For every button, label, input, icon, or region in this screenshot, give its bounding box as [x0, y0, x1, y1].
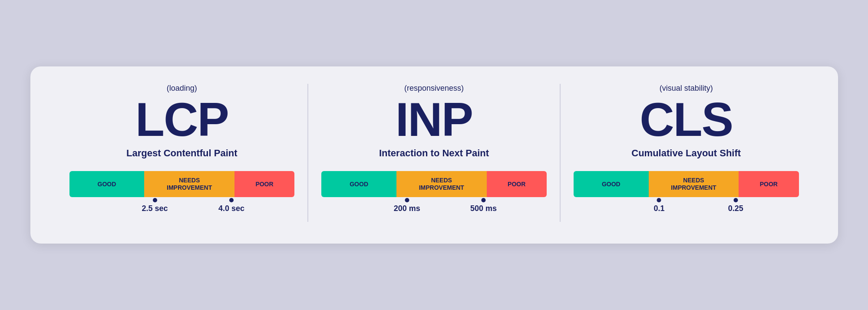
inp-bar-poor: POOR: [487, 171, 547, 197]
lcp-marker-1: 4.0 sec: [218, 198, 244, 213]
cls-markers: 0.1 0.25: [574, 198, 799, 222]
cls-good-label: GOOD: [602, 181, 620, 188]
lcp-needs-label: NEEDS IMPROVEMENT: [167, 177, 212, 191]
cls-marker-dot-0: [657, 198, 661, 202]
lcp-scale: GOOD NEEDS IMPROVEMENT POOR 2.5 sec: [69, 171, 295, 222]
inp-needs-label: NEEDS IMPROVEMENT: [419, 177, 464, 191]
lcp-markers: 2.5 sec 4.0 sec: [69, 198, 295, 222]
lcp-good-label: GOOD: [98, 181, 116, 188]
lcp-marker-value-1: 4.0 sec: [218, 204, 244, 213]
metric-block-lcp: (loading) LCP Largest Contentful Paint G…: [56, 84, 308, 222]
cls-bar-needs: NEEDS IMPROVEMENT: [649, 171, 739, 197]
inp-acronym: INP: [396, 96, 472, 143]
metric-block-inp: (responsiveness) INP Interaction to Next…: [307, 84, 560, 222]
cls-needs-label: NEEDS IMPROVEMENT: [671, 177, 716, 191]
inp-marker-1: 500 ms: [470, 198, 497, 213]
lcp-bar: GOOD NEEDS IMPROVEMENT POOR: [69, 171, 295, 197]
cls-subtitle: (visual stability): [660, 84, 713, 93]
metric-block-cls: (visual stability) CLS Cumulative Layout…: [560, 84, 812, 222]
lcp-poor-label: POOR: [255, 181, 273, 188]
cls-name: Cumulative Layout Shift: [631, 148, 741, 159]
lcp-marker-0: 2.5 sec: [142, 198, 168, 213]
cls-marker-value-1: 0.25: [728, 204, 743, 213]
inp-scale: GOOD NEEDS IMPROVEMENT POOR 200 ms: [321, 171, 547, 222]
inp-good-label: GOOD: [350, 181, 368, 188]
inp-marker-dot-1: [482, 198, 486, 202]
lcp-bar-poor: POOR: [234, 171, 294, 197]
lcp-bar-good: GOOD: [69, 171, 145, 197]
inp-name: Interaction to Next Paint: [379, 148, 489, 159]
inp-marker-value-0: 200 ms: [394, 204, 420, 213]
lcp-name: Largest Contentful Paint: [126, 148, 237, 159]
inp-marker-dot-0: [405, 198, 409, 202]
cls-poor-label: POOR: [760, 181, 778, 188]
metrics-card: (loading) LCP Largest Contentful Paint G…: [30, 66, 838, 244]
cls-scale: GOOD NEEDS IMPROVEMENT POOR 0.1: [574, 171, 799, 222]
inp-bar-good: GOOD: [321, 171, 396, 197]
lcp-marker-value-0: 2.5 sec: [142, 204, 168, 213]
cls-marker-0: 0.1: [653, 198, 664, 213]
inp-bar: GOOD NEEDS IMPROVEMENT POOR: [321, 171, 547, 197]
inp-subtitle: (responsiveness): [404, 84, 464, 93]
lcp-acronym: LCP: [135, 96, 228, 143]
lcp-bar-needs: NEEDS IMPROVEMENT: [144, 171, 234, 197]
inp-markers: 200 ms 500 ms: [321, 198, 547, 222]
cls-bar: GOOD NEEDS IMPROVEMENT POOR: [574, 171, 799, 197]
lcp-marker-dot-0: [153, 198, 157, 202]
cls-marker-dot-1: [733, 198, 738, 202]
lcp-marker-dot-1: [229, 198, 234, 202]
lcp-subtitle: (loading): [167, 84, 197, 93]
cls-marker-1: 0.25: [728, 198, 743, 213]
inp-poor-label: POOR: [508, 181, 525, 188]
cls-acronym: CLS: [640, 96, 733, 143]
inp-marker-0: 200 ms: [394, 198, 420, 213]
inp-marker-value-1: 500 ms: [470, 204, 497, 213]
cls-bar-poor: POOR: [739, 171, 799, 197]
cls-bar-good: GOOD: [574, 171, 649, 197]
cls-marker-value-0: 0.1: [653, 204, 664, 213]
inp-bar-needs: NEEDS IMPROVEMENT: [396, 171, 486, 197]
